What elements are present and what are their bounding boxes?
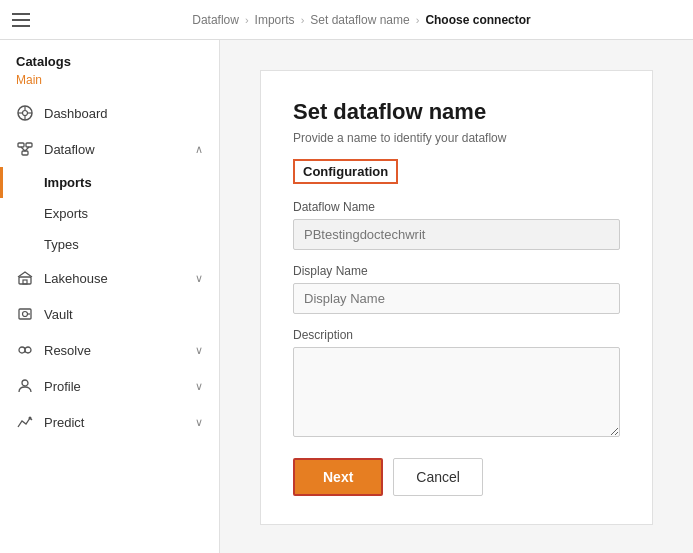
sidebar-section-sub: Main bbox=[0, 73, 219, 95]
form-subtitle: Provide a name to identify your dataflow bbox=[293, 131, 620, 145]
breadcrumb-dataflow: Dataflow bbox=[192, 13, 239, 27]
sidebar-predict-label: Predict bbox=[44, 415, 84, 430]
sidebar-dashboard-label: Dashboard bbox=[44, 106, 108, 121]
svg-rect-7 bbox=[26, 143, 32, 147]
breadcrumb-imports: Imports bbox=[255, 13, 295, 27]
sidebar-item-dashboard[interactable]: Dashboard bbox=[0, 95, 219, 131]
breadcrumb: Dataflow › Imports › Set dataflow name ›… bbox=[192, 13, 530, 27]
sidebar-profile-label: Profile bbox=[44, 379, 81, 394]
sidebar: Catalogs Main Dashboard bbox=[0, 40, 220, 553]
predict-icon bbox=[16, 413, 34, 431]
main-content: Set dataflow name Provide a name to iden… bbox=[220, 40, 693, 553]
sidebar-item-dataflow[interactable]: Dataflow ∧ bbox=[0, 131, 219, 167]
breadcrumb-set-name: Set dataflow name bbox=[310, 13, 409, 27]
sidebar-sub-item-types[interactable]: Types bbox=[0, 229, 219, 260]
dataflow-name-input[interactable] bbox=[293, 219, 620, 250]
hamburger-menu[interactable] bbox=[12, 13, 30, 27]
profile-icon bbox=[16, 377, 34, 395]
svg-point-21 bbox=[29, 417, 32, 420]
top-bar: Dataflow › Imports › Set dataflow name ›… bbox=[0, 0, 693, 40]
display-name-input[interactable] bbox=[293, 283, 620, 314]
profile-chevron-icon: ∨ bbox=[195, 380, 203, 393]
vault-icon bbox=[16, 305, 34, 323]
breadcrumb-sep-2: › bbox=[301, 14, 305, 26]
dataflow-chevron-icon: ∧ bbox=[195, 143, 203, 156]
sidebar-resolve-label: Resolve bbox=[44, 343, 91, 358]
sidebar-item-lakehouse[interactable]: Lakehouse ∨ bbox=[0, 260, 219, 296]
description-group: Description bbox=[293, 328, 620, 440]
dataflow-name-label: Dataflow Name bbox=[293, 200, 620, 214]
cancel-button[interactable]: Cancel bbox=[393, 458, 483, 496]
breadcrumb-choose-connector: Choose connector bbox=[425, 13, 530, 27]
breadcrumb-sep-3: › bbox=[416, 14, 420, 26]
predict-chevron-icon: ∨ bbox=[195, 416, 203, 429]
sidebar-sub-item-imports[interactable]: Imports bbox=[0, 167, 219, 198]
svg-point-1 bbox=[23, 111, 28, 116]
sidebar-item-vault[interactable]: Vault bbox=[0, 296, 219, 332]
sidebar-sub-item-exports[interactable]: Exports bbox=[0, 198, 219, 229]
sidebar-lakehouse-label: Lakehouse bbox=[44, 271, 108, 286]
sidebar-item-profile[interactable]: Profile ∨ bbox=[0, 368, 219, 404]
svg-point-20 bbox=[22, 380, 28, 386]
svg-rect-6 bbox=[18, 143, 24, 147]
dashboard-icon bbox=[16, 104, 34, 122]
display-name-label: Display Name bbox=[293, 264, 620, 278]
svg-rect-8 bbox=[22, 151, 28, 155]
next-button[interactable]: Next bbox=[293, 458, 383, 496]
form-title: Set dataflow name bbox=[293, 99, 620, 125]
sidebar-item-predict[interactable]: Predict ∨ bbox=[0, 404, 219, 440]
lakehouse-chevron-icon: ∨ bbox=[195, 272, 203, 285]
description-textarea[interactable] bbox=[293, 347, 620, 437]
sidebar-dataflow-label: Dataflow bbox=[44, 142, 95, 157]
svg-point-14 bbox=[23, 312, 28, 317]
resolve-chevron-icon: ∨ bbox=[195, 344, 203, 357]
description-label: Description bbox=[293, 328, 620, 342]
sidebar-item-resolve[interactable]: Resolve ∨ bbox=[0, 332, 219, 368]
breadcrumb-sep-1: › bbox=[245, 14, 249, 26]
form-card: Set dataflow name Provide a name to iden… bbox=[260, 70, 653, 525]
button-row: Next Cancel bbox=[293, 458, 620, 496]
sidebar-vault-label: Vault bbox=[44, 307, 73, 322]
resolve-icon bbox=[16, 341, 34, 359]
display-name-group: Display Name bbox=[293, 264, 620, 314]
dataflow-icon bbox=[16, 140, 34, 158]
config-label: Configuration bbox=[293, 159, 398, 184]
lakehouse-icon bbox=[16, 269, 34, 287]
sidebar-section-header: Catalogs bbox=[0, 40, 219, 73]
dataflow-name-group: Dataflow Name bbox=[293, 200, 620, 250]
